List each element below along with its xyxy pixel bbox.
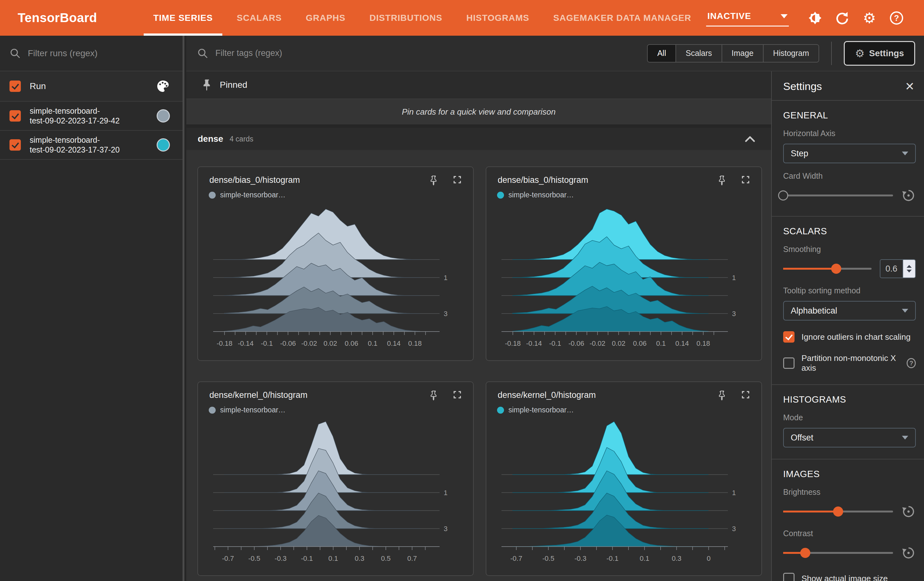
main-nav-tabs: TIME SERIES SCALARS GRAPHS DISTRIBUTIONS… bbox=[141, 0, 703, 36]
run-master-checkbox[interactable] bbox=[10, 81, 21, 92]
tab-time-series[interactable]: TIME SERIES bbox=[141, 0, 224, 36]
mode-label: Mode bbox=[783, 413, 916, 422]
gear-icon[interactable]: ⚙ bbox=[856, 8, 883, 28]
contrast-label: Contrast bbox=[783, 529, 916, 538]
help-icon[interactable]: ? bbox=[907, 358, 916, 368]
svg-text:1: 1 bbox=[732, 274, 736, 282]
svg-text:0.1: 0.1 bbox=[640, 555, 650, 562]
filter-image-button[interactable]: Image bbox=[722, 45, 764, 62]
card-legend: simple-tensorboar… bbox=[486, 185, 761, 199]
fullscreen-icon[interactable] bbox=[453, 175, 462, 185]
svg-text:-0.14: -0.14 bbox=[526, 340, 542, 347]
header-controls: INACTIVE ⚙ bbox=[706, 8, 910, 28]
fullscreen-icon[interactable] bbox=[741, 175, 750, 185]
spinner-down-icon[interactable] bbox=[907, 270, 912, 272]
smoothing-slider[interactable] bbox=[783, 268, 871, 270]
show-actual-size-row[interactable]: Show actual image size bbox=[783, 573, 916, 581]
help-icon[interactable]: ? bbox=[883, 8, 910, 28]
palette-icon[interactable] bbox=[156, 79, 170, 93]
histogram-card: dense/kernel_0/histogram simple-tensorbo… bbox=[486, 381, 762, 576]
tab-histograms[interactable]: HISTOGRAMS bbox=[454, 0, 541, 36]
svg-text:3: 3 bbox=[732, 525, 736, 533]
run-list-item[interactable]: simple-tensorboard- test-09-02-2023-17-3… bbox=[0, 131, 183, 160]
fullscreen-icon[interactable] bbox=[453, 390, 462, 400]
tab-graphs[interactable]: GRAPHS bbox=[294, 0, 358, 36]
svg-text:1: 1 bbox=[444, 489, 447, 497]
pin-icon[interactable] bbox=[718, 175, 727, 185]
chevron-down-icon bbox=[902, 436, 908, 439]
filter-all-button[interactable]: All bbox=[648, 45, 676, 62]
horizontal-axis-select[interactable]: Step bbox=[783, 144, 916, 163]
reload-status-select[interactable]: INACTIVE bbox=[706, 9, 789, 26]
tag-type-filter-group: All Scalars Image Histogram bbox=[647, 44, 819, 63]
filter-histogram-button[interactable]: Histogram bbox=[764, 45, 818, 62]
run-color-dot bbox=[497, 407, 504, 414]
chevron-down-icon bbox=[902, 152, 908, 155]
filter-runs-input[interactable]: Filter runs (regex) bbox=[28, 48, 97, 58]
runs-sidebar: Filter runs (regex) Run simple-tensorboa… bbox=[0, 36, 185, 581]
card-legend: simple-tensorboar… bbox=[486, 400, 761, 414]
fullscreen-icon[interactable] bbox=[741, 390, 750, 400]
filter-scalars-button[interactable]: Scalars bbox=[676, 45, 722, 62]
reset-icon[interactable] bbox=[901, 188, 916, 203]
run-checkbox[interactable] bbox=[10, 110, 21, 122]
search-icon bbox=[197, 48, 208, 59]
svg-text:0.18: 0.18 bbox=[696, 340, 710, 347]
tooltip-sorting-select[interactable]: Alphabetical bbox=[783, 301, 916, 320]
slider-knob[interactable] bbox=[833, 507, 843, 517]
histogram-mode-select[interactable]: Offset bbox=[783, 428, 916, 447]
partition-x-axis-row[interactable]: Partition non-monotonic X axis ? bbox=[783, 353, 916, 373]
status-value: INACTIVE bbox=[707, 11, 751, 21]
cards-grid: dense/bias_0/histogram simple-tensorboar… bbox=[186, 150, 771, 581]
refresh-icon[interactable] bbox=[828, 8, 856, 28]
run-color-dot bbox=[497, 191, 504, 199]
close-icon[interactable]: ✕ bbox=[905, 81, 914, 92]
svg-text:0.14: 0.14 bbox=[675, 340, 689, 347]
svg-text:-0.1: -0.1 bbox=[549, 340, 561, 347]
svg-text:-0.7: -0.7 bbox=[222, 555, 234, 562]
pin-icon[interactable] bbox=[718, 390, 727, 400]
pin-icon[interactable] bbox=[429, 175, 438, 185]
svg-text:-0.02: -0.02 bbox=[589, 340, 606, 347]
svg-text:0.18: 0.18 bbox=[408, 340, 422, 347]
svg-text:-0.5: -0.5 bbox=[543, 555, 554, 562]
smoothing-number-input[interactable]: 0.6 bbox=[880, 259, 916, 278]
tooltip-sorting-label: Tooltip sorting method bbox=[783, 286, 916, 295]
contrast-slider[interactable] bbox=[783, 552, 893, 554]
show-actual-size-checkbox[interactable] bbox=[783, 573, 795, 581]
tags-toolbar: Filter tags (regex) All Scalars Image Hi… bbox=[186, 36, 924, 71]
tab-sagemaker-data-manager[interactable]: SAGEMAKER DATA MANAGER bbox=[541, 0, 703, 36]
spinner-up-icon[interactable] bbox=[907, 265, 912, 268]
slider-knob[interactable] bbox=[778, 190, 788, 200]
tab-distributions[interactable]: DISTRIBUTIONS bbox=[358, 0, 454, 36]
brightness-icon[interactable] bbox=[802, 8, 828, 28]
pinned-section-header: Pinned bbox=[186, 71, 771, 99]
chevron-down-icon bbox=[902, 309, 908, 313]
section-name: dense bbox=[198, 134, 223, 144]
number-spinner[interactable] bbox=[903, 260, 915, 277]
pin-icon[interactable] bbox=[429, 390, 438, 400]
reset-icon[interactable] bbox=[901, 546, 916, 560]
svg-text:-0.3: -0.3 bbox=[574, 555, 586, 562]
svg-text:0.06: 0.06 bbox=[345, 340, 358, 347]
slider-knob[interactable] bbox=[831, 264, 841, 274]
filter-tags-input[interactable]: Filter tags (regex) bbox=[215, 48, 282, 58]
tab-scalars[interactable]: SCALARS bbox=[225, 0, 294, 36]
dense-section-header[interactable]: dense 4 cards bbox=[186, 128, 771, 150]
settings-panel: Settings ✕ GENERAL Horizontal Axis Step … bbox=[771, 71, 924, 581]
chevron-up-icon[interactable] bbox=[744, 135, 756, 143]
histogram-chart: 13-0.18-0.14-0.1-0.06-0.020.020.060.10.1… bbox=[495, 200, 752, 353]
slider-knob[interactable] bbox=[800, 548, 810, 558]
partition-x-axis-checkbox[interactable] bbox=[783, 357, 795, 369]
run-list-item[interactable]: simple-tensorboard- test-09-02-2023-17-2… bbox=[0, 102, 183, 131]
settings-button[interactable]: ⚙ Settings bbox=[844, 41, 915, 66]
reset-icon[interactable] bbox=[901, 504, 916, 519]
card-width-slider[interactable] bbox=[783, 195, 893, 196]
svg-text:?: ? bbox=[894, 13, 899, 23]
ignore-outliers-row[interactable]: Ignore outliers in chart scaling bbox=[783, 331, 916, 343]
chevron-down-icon bbox=[780, 14, 787, 18]
ignore-outliers-checkbox[interactable] bbox=[783, 331, 795, 343]
svg-text:0.14: 0.14 bbox=[387, 340, 401, 347]
run-checkbox[interactable] bbox=[10, 139, 21, 150]
brightness-slider[interactable] bbox=[783, 511, 893, 512]
